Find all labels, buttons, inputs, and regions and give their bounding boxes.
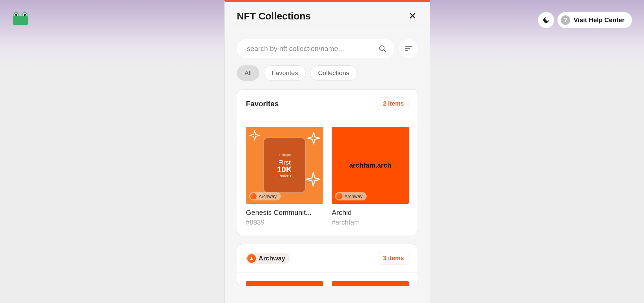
archway-chain-pill: Archway — [246, 253, 290, 264]
archway-icon — [250, 193, 257, 199]
search-icon — [378, 45, 386, 53]
nft-thumb-partial[interactable] — [246, 281, 323, 286]
help-center-label: Visit Help Center — [574, 16, 625, 24]
chain-label: Archway — [344, 194, 363, 199]
moon-icon — [542, 16, 550, 24]
sparkle-icon — [306, 131, 321, 145]
archway-count: 3 items — [378, 252, 409, 265]
genesis-line2: 10K — [277, 166, 292, 174]
chain-badge: Archway — [335, 192, 367, 200]
archway-icon — [247, 254, 256, 263]
search-wrapper — [237, 39, 394, 58]
chip-all[interactable]: All — [237, 65, 259, 81]
dark-mode-toggle[interactable] — [538, 12, 554, 28]
nft-thumb: ☼ pipapo First 10K members Archway — [246, 127, 323, 204]
app-logo[interactable] — [12, 12, 29, 25]
chain-label: Archway — [259, 194, 277, 199]
help-center-button[interactable]: ? Visit Help Center — [557, 12, 632, 28]
sort-icon — [404, 44, 413, 53]
chain-badge: Archway — [249, 192, 281, 200]
nft-card-genesis[interactable]: ☼ pipapo First 10K members Archway Genes… — [246, 127, 323, 226]
archid-thumb-text: archfam.arch — [349, 162, 391, 169]
chip-favorites[interactable]: Favorites — [264, 65, 306, 81]
nft-card-archid[interactable]: archfam.arch Archway Archid #archfam — [332, 127, 409, 226]
nft-collections-panel: NFT Collections All — [224, 0, 430, 303]
favorites-section: Favorites 2 items ☼ pipapo First 10K — [237, 89, 418, 235]
nft-title: Archid — [332, 208, 409, 217]
chip-collections[interactable]: Collections — [310, 65, 357, 81]
archway-section: Archway 3 items — [237, 244, 418, 286]
genesis-line3: members — [277, 174, 291, 177]
archway-chain-name: Archway — [259, 255, 285, 262]
close-button[interactable] — [407, 10, 418, 22]
svg-point-5 — [24, 14, 26, 16]
nft-thumb-partial[interactable] — [332, 281, 409, 286]
nft-sub: #archfam — [332, 219, 409, 226]
svg-point-4 — [15, 14, 17, 16]
svg-rect-6 — [13, 16, 28, 25]
nft-thumb: archfam.arch Archway — [332, 127, 409, 204]
panel-title: NFT Collections — [237, 11, 311, 22]
nft-sub: #8839 — [246, 219, 323, 226]
favorites-title: Favorites — [246, 100, 279, 108]
favorites-count: 2 items — [378, 97, 409, 110]
help-icon: ? — [561, 15, 570, 25]
archway-icon — [336, 193, 342, 199]
genesis-brand: ☼ pipapo — [278, 153, 291, 157]
sort-button[interactable] — [399, 39, 418, 58]
nft-title: Genesis Communit... — [246, 208, 323, 217]
sparkle-icon — [305, 171, 322, 188]
sparkle-icon — [249, 129, 261, 141]
search-input[interactable] — [247, 45, 378, 53]
close-icon — [409, 12, 417, 20]
